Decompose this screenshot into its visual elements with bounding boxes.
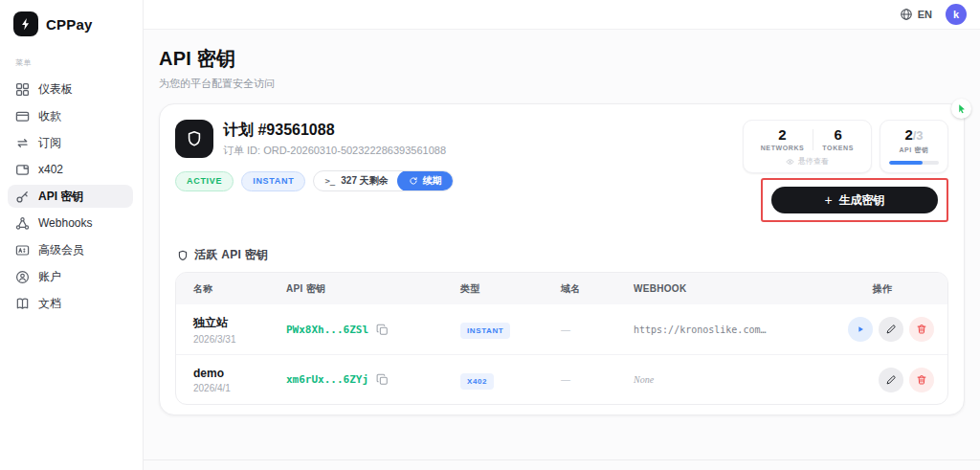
plus-icon: + <box>824 194 832 206</box>
plan-type-badge: INSTANT <box>241 171 305 191</box>
sidebar-item-label: 收款 <box>38 108 61 124</box>
pencil-icon <box>885 324 897 335</box>
key-type-badge: X402 <box>460 373 494 390</box>
key-webhook-url: https://kronoslike.com… <box>634 325 846 335</box>
key-type-badge: INSTANT <box>460 323 510 339</box>
avatar[interactable]: k <box>946 4 967 25</box>
brand-logo: CPPay <box>13 11 133 36</box>
table-header-row: 名称 API 密钥 类型 域名 WEBHOOK 操作 <box>176 273 947 304</box>
sidebar: CPPay 菜单 仪表板 收款 订阅 x402 API 密钥 Webhooks … <box>0 0 144 470</box>
key-date: 2026/4/1 <box>193 383 286 393</box>
days-remaining-capsule: >_ 327 天剩余 续期 <box>313 170 453 191</box>
column-header-domain: 域名 <box>561 282 634 296</box>
sidebar-item-x402[interactable]: x402 <box>8 158 133 181</box>
generate-key-label: 生成密钥 <box>839 192 885 209</box>
main-content: API 密钥 为您的平台配置安全访问 计划 #93561088 订单 ID: O… <box>144 30 980 470</box>
column-header-actions: 操作 <box>846 282 947 296</box>
plan-card: 计划 #93561088 订单 ID: ORD-20260310-5023222… <box>159 103 965 415</box>
membership-badge-icon <box>15 243 30 257</box>
renew-label: 续期 <box>423 174 442 188</box>
cursor-badge <box>951 99 971 119</box>
book-icon <box>15 297 30 311</box>
networks-tokens-card: 2 NETWORKS 6 TOKENS 悬停查看 <box>743 120 872 173</box>
edit-key-button[interactable] <box>879 317 903 342</box>
sidebar-item-payments[interactable]: 收款 <box>8 104 133 127</box>
card-icon <box>15 109 30 123</box>
sidebar-item-api-keys[interactable]: API 密钥 <box>8 185 133 208</box>
bolt-icon <box>13 11 38 36</box>
cursor-pointer-icon <box>956 103 968 115</box>
keys-progress-fill <box>889 161 923 165</box>
sidebar-section-label: 菜单 <box>15 57 133 68</box>
renew-button[interactable]: 续期 <box>397 170 454 191</box>
keys-used-value: 2 <box>904 126 912 143</box>
sidebar-item-subscriptions[interactable]: 订阅 <box>8 131 133 154</box>
hover-hint-label: 悬停查看 <box>798 156 829 167</box>
globe-icon <box>900 8 913 21</box>
sidebar-item-webhooks[interactable]: Webhooks <box>8 212 133 235</box>
key-webhook-url: None <box>634 374 846 385</box>
pencil-icon <box>885 374 897 386</box>
key-name: demo <box>193 367 286 380</box>
page-subtitle: 为您的平台配置安全访问 <box>159 77 965 91</box>
sidebar-item-membership[interactable]: 高级会员 <box>8 238 133 261</box>
language-switcher[interactable]: EN <box>900 8 932 21</box>
sidebar-item-label: API 密钥 <box>38 189 83 205</box>
annotation-highlight-box: + 生成密钥 <box>761 178 948 222</box>
user-icon <box>15 270 30 284</box>
key-domain: — <box>561 374 634 385</box>
dashboard-icon <box>15 82 30 97</box>
terminal-icon: >_ <box>324 176 335 186</box>
edit-key-button[interactable] <box>879 368 903 392</box>
copy-key-button[interactable] <box>376 324 389 336</box>
test-key-button[interactable] <box>848 317 873 342</box>
copy-key-button[interactable] <box>376 373 389 386</box>
tokens-value: 6 <box>822 127 854 143</box>
sidebar-item-label: 账户 <box>38 269 61 285</box>
networks-label: NETWORKS <box>761 145 805 151</box>
table-row: demo 2026/4/1 xm6rUx...6ZYj X402 — None <box>176 354 947 404</box>
sidebar-item-account[interactable]: 账户 <box>8 265 133 288</box>
column-header-type: 类型 <box>460 282 561 296</box>
status-badge: ACTIVE <box>175 171 234 191</box>
sidebar-item-label: 文档 <box>38 296 61 312</box>
delete-key-button[interactable] <box>909 368 934 392</box>
sidebar-item-label: 仪表板 <box>38 81 73 98</box>
key-icon <box>15 190 30 204</box>
brand-name: CPPay <box>46 16 93 33</box>
webhook-icon <box>15 216 30 231</box>
plan-title: 计划 #93561088 <box>223 121 446 141</box>
eye-icon <box>786 158 794 166</box>
column-header-key: API 密钥 <box>286 282 460 296</box>
language-label: EN <box>918 9 932 20</box>
sidebar-item-label: x402 <box>38 163 63 176</box>
shield-icon <box>175 120 213 158</box>
refresh-icon <box>409 176 418 186</box>
sidebar-item-docs[interactable]: 文档 <box>8 292 133 315</box>
trash-icon <box>916 324 927 335</box>
sidebar-item-dashboard[interactable]: 仪表板 <box>8 78 133 101</box>
networks-value: 2 <box>761 127 805 143</box>
play-icon <box>855 324 866 335</box>
sidebar-item-label: Webhooks <box>38 216 92 230</box>
tokens-label: TOKENS <box>822 145 854 151</box>
keys-total-value: /3 <box>913 128 924 143</box>
generate-key-button[interactable]: + 生成密钥 <box>771 187 938 213</box>
table-row: 独立站 2026/3/31 PWx8Xh...6ZSl INSTANT — ht… <box>176 304 947 354</box>
key-name: 独立站 <box>193 315 286 331</box>
active-keys-section-title: 活跃 API 密钥 <box>194 247 268 263</box>
copy-icon <box>376 324 389 336</box>
footer-divider <box>144 459 980 460</box>
repeat-icon <box>15 136 30 150</box>
api-key-value: xm6rUx...6ZYj <box>286 373 368 386</box>
api-keys-usage-card: 2/3 API 密钥 <box>880 120 948 173</box>
shield-small-icon <box>177 250 189 261</box>
key-date: 2026/3/31 <box>193 334 286 345</box>
delete-key-button[interactable] <box>909 317 934 342</box>
copy-icon <box>376 373 389 386</box>
keys-usage-label: API 密钥 <box>889 145 939 155</box>
api-keys-table: 名称 API 密钥 类型 域名 WEBHOOK 操作 独立站 2026/3/31… <box>175 272 948 405</box>
column-header-webhook: WEBHOOK <box>634 283 846 294</box>
sidebar-item-label: 订阅 <box>38 135 61 151</box>
topbar: EN k <box>144 0 980 30</box>
